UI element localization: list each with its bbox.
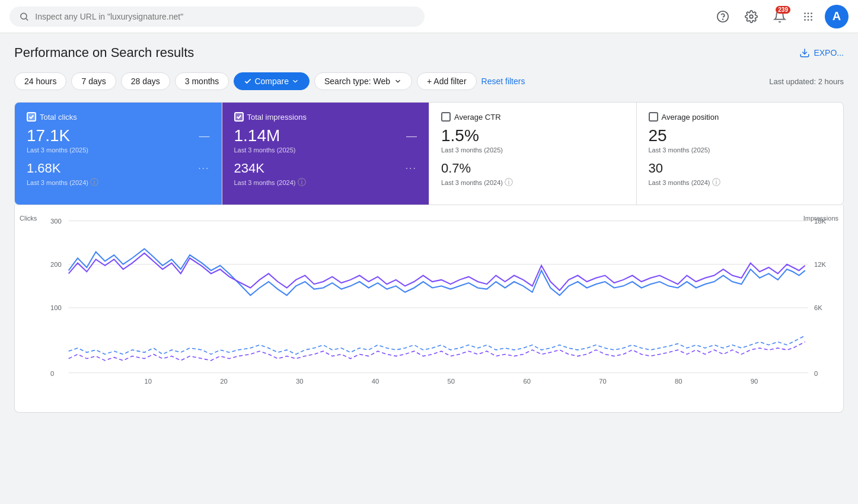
help-icon-impressions[interactable]: ⓘ [298, 177, 306, 188]
metric-header-ctr: Average CTR [441, 112, 624, 122]
compare-label: Compare [254, 76, 289, 86]
metric-value2-row-position: 30 [649, 161, 832, 176]
svg-text:12K: 12K [814, 261, 826, 268]
add-filter-label: + Add filter [427, 76, 467, 86]
svg-point-4 [749, 15, 753, 18]
metric-value-row-position: 25 [649, 126, 832, 145]
metric-subtitle2-clicks: Last 3 months (2024) ⓘ [27, 177, 210, 188]
metric-value-impressions: 1.14M [234, 126, 280, 145]
metric-dash-clicks: — [199, 130, 210, 142]
filter-bar: 24 hours 7 days 28 days 3 months Compare… [14, 72, 844, 90]
metric-value-ctr: 1.5% [441, 126, 479, 145]
metric-average-position[interactable]: Average position 25 Last 3 months (2025)… [637, 103, 844, 205]
filter-7d[interactable]: 7 days [71, 72, 116, 90]
chart-container: Clicks Impressions 300 200 100 0 18K 12K… [14, 205, 844, 413]
notifications-button[interactable]: 239 [768, 5, 792, 28]
svg-text:70: 70 [599, 378, 606, 385]
metric-header-impressions: Total impressions [234, 112, 417, 122]
settings-icon [745, 10, 758, 23]
metric-label-impressions: Total impressions [247, 113, 307, 122]
metric-total-impressions[interactable]: Total impressions 1.14M — Last 3 months … [222, 103, 430, 205]
metric-subtitle2-impressions: Last 3 months (2024) ⓘ [234, 177, 417, 188]
search-input[interactable] [35, 12, 415, 21]
account-button[interactable]: A [825, 5, 849, 28]
reset-filters-button[interactable]: Reset filters [481, 76, 525, 86]
add-filter-button[interactable]: + Add filter [417, 72, 477, 90]
checkbox-position[interactable] [649, 112, 658, 122]
settings-button[interactable] [739, 5, 763, 28]
metric-dots-clicks: ··· [198, 163, 209, 174]
metric-label-clicks: Total clicks [40, 113, 77, 122]
metric-total-clicks[interactable]: Total clicks 17.1K — Last 3 months (2025… [15, 103, 222, 205]
chart-y-label-right: Impressions [803, 215, 838, 224]
svg-text:30: 30 [296, 378, 303, 385]
download-icon [799, 47, 810, 58]
metric-subtitle1-clicks: Last 3 months (2025) [27, 146, 210, 154]
svg-point-5 [804, 12, 806, 14]
compare-button[interactable]: Compare [234, 72, 310, 90]
svg-text:0: 0 [50, 370, 54, 377]
svg-text:10: 10 [144, 378, 151, 385]
export-label: EXPO... [814, 48, 844, 58]
svg-text:200: 200 [50, 261, 62, 268]
metric-value2-ctr: 0.7% [441, 161, 471, 176]
apps-button[interactable] [796, 5, 820, 28]
chart-line-impressions-2024 [69, 342, 805, 361]
help-icon-position[interactable]: ⓘ [712, 177, 720, 188]
metric-value-row-ctr: 1.5% [441, 126, 624, 145]
search-type-label: Search type: Web [324, 76, 390, 86]
metric-value-row-impressions: 1.14M — [234, 126, 417, 145]
header-icons: 239 A [711, 5, 849, 28]
svg-point-8 [804, 15, 806, 17]
svg-text:60: 60 [523, 378, 530, 385]
help-button[interactable] [711, 5, 735, 28]
chevron-down-icon-search [394, 77, 402, 85]
metrics-row: Total clicks 17.1K — Last 3 months (2025… [14, 102, 844, 205]
filter-3m[interactable]: 3 months [175, 72, 229, 90]
chart-svg: 300 200 100 0 18K 12K 6K 0 10 20 30 40 5… [50, 215, 838, 388]
export-button[interactable]: EXPO... [799, 47, 844, 58]
filter-24h[interactable]: 24 hours [14, 72, 66, 90]
page-title: Performance on Search results [14, 45, 194, 60]
metric-average-ctr[interactable]: Average CTR 1.5% Last 3 months (2025) 0.… [429, 103, 637, 205]
metric-value2-row-impressions: 234K ··· [234, 161, 417, 176]
svg-text:100: 100 [50, 304, 62, 311]
help-icon-ctr[interactable]: ⓘ [505, 177, 513, 188]
metric-value2-clicks: 1.68K [27, 161, 61, 176]
metric-value-position: 25 [649, 126, 667, 145]
metric-value-clicks: 17.1K [27, 126, 70, 145]
metric-label-ctr: Average CTR [454, 113, 501, 122]
search-icon [19, 11, 29, 22]
help-icon [716, 10, 729, 23]
svg-point-13 [811, 19, 812, 21]
svg-point-7 [811, 12, 812, 14]
metric-value2-row-clicks: 1.68K ··· [27, 161, 210, 176]
svg-text:90: 90 [751, 378, 758, 385]
svg-point-0 [21, 13, 27, 19]
checkbox-ctr[interactable] [441, 112, 451, 122]
svg-point-3 [723, 19, 723, 20]
metric-subtitle1-ctr: Last 3 months (2025) [441, 146, 624, 154]
svg-text:20: 20 [220, 378, 227, 385]
svg-point-11 [804, 19, 806, 21]
check-icon [244, 77, 252, 85]
search-type-filter[interactable]: Search type: Web [314, 72, 412, 90]
checkbox-impressions[interactable] [234, 112, 244, 122]
svg-line-1 [26, 18, 28, 20]
svg-point-6 [808, 12, 809, 14]
last-updated: Last updated: 2 hours [769, 77, 844, 86]
metric-subtitle2-position: Last 3 months (2024) ⓘ [649, 177, 832, 188]
help-icon-clicks[interactable]: ⓘ [90, 177, 98, 188]
checkbox-clicks[interactable] [27, 112, 36, 122]
notification-badge: 239 [776, 6, 790, 14]
filter-28d[interactable]: 28 days [121, 72, 170, 90]
svg-text:300: 300 [50, 218, 62, 225]
chart-line-impressions-2025 [69, 253, 805, 291]
svg-text:0: 0 [814, 370, 818, 377]
svg-point-9 [808, 15, 809, 17]
apps-icon [802, 10, 815, 23]
svg-text:50: 50 [448, 378, 455, 385]
search-bar[interactable] [9, 7, 425, 27]
metric-value-row-clicks: 17.1K — [27, 126, 210, 145]
svg-text:6K: 6K [814, 304, 822, 311]
